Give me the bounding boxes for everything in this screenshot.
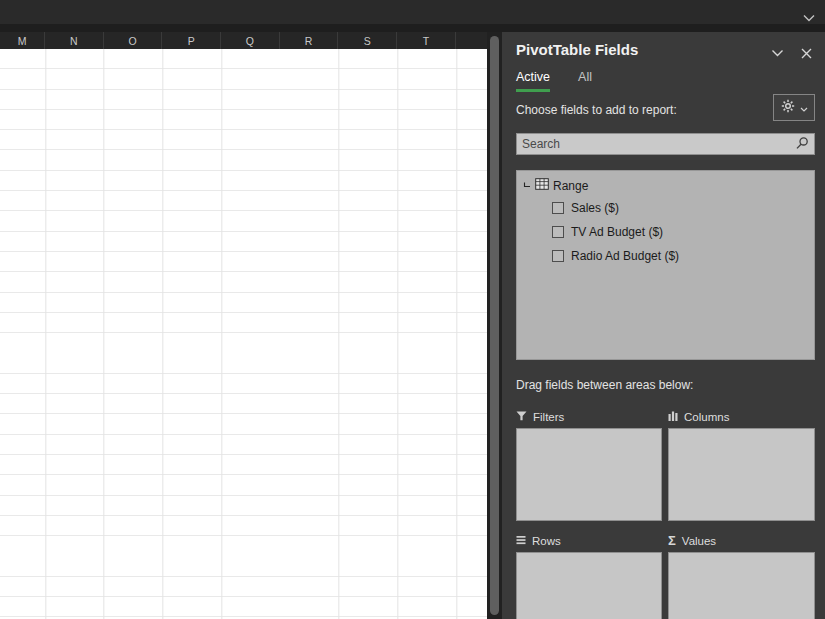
table-icon: [535, 178, 549, 193]
filter-icon: [516, 411, 527, 423]
rows-area-label: Rows: [516, 529, 662, 552]
chevron-down-icon: [800, 101, 808, 115]
choose-fields-label: Choose fields to add to report:: [516, 103, 677, 117]
search-icon: [795, 136, 809, 153]
column-header[interactable]: P: [162, 32, 221, 49]
areas-row-top: Filters Columns: [516, 405, 815, 521]
scrollbar-thumb[interactable]: [490, 36, 499, 615]
field-label: Radio Ad Budget ($): [571, 249, 679, 263]
column-header[interactable]: T: [397, 32, 456, 49]
area-label-text: Rows: [532, 535, 561, 547]
vertical-scrollbar[interactable]: [487, 32, 502, 619]
field-label: Sales ($): [571, 201, 619, 215]
column-header[interactable]: Q: [221, 32, 280, 49]
ribbon-collapsed-bar: [0, 0, 825, 24]
sigma-icon: Σ: [668, 534, 676, 547]
column-header[interactable]: N: [45, 32, 104, 49]
excel-window: M N O P Q R S T PivotTable Fields Active…: [0, 0, 825, 619]
tab-active[interactable]: Active: [516, 70, 550, 92]
close-icon[interactable]: [797, 44, 815, 62]
field-list: Range Sales ($) TV Ad Budget ($) Radio A…: [516, 170, 815, 360]
search-input[interactable]: [522, 137, 795, 151]
rows-icon: [516, 535, 526, 547]
checkbox[interactable]: [552, 226, 564, 238]
columns-icon: [668, 411, 678, 423]
field-group-range[interactable]: Range: [517, 175, 814, 196]
chevron-down-icon[interactable]: [768, 44, 786, 62]
panel-tabs: Active All: [516, 70, 592, 92]
areas-section: Filters Columns: [516, 405, 815, 619]
field-item[interactable]: Sales ($): [517, 196, 814, 220]
panel-title: PivotTable Fields: [516, 41, 638, 58]
drag-areas-label: Drag fields between areas below:: [516, 378, 693, 392]
areas-row-bottom: Rows Σ Values: [516, 529, 815, 619]
gear-icon: [781, 99, 795, 116]
field-item[interactable]: TV Ad Budget ($): [517, 220, 814, 244]
checkbox[interactable]: [552, 202, 564, 214]
divider: [0, 24, 825, 32]
tab-all[interactable]: All: [578, 70, 592, 92]
values-area: Σ Values: [668, 529, 815, 619]
rows-area: Rows: [516, 529, 662, 619]
column-header[interactable]: R: [280, 32, 339, 49]
checkbox[interactable]: [552, 250, 564, 262]
tools-button[interactable]: [773, 94, 815, 121]
values-area-label: Σ Values: [668, 529, 815, 552]
rows-dropzone[interactable]: [516, 552, 662, 619]
column-header[interactable]: [456, 32, 487, 49]
area-label-text: Columns: [684, 411, 729, 423]
field-group-label: Range: [553, 179, 588, 193]
area-label-text: Values: [682, 535, 716, 547]
chevron-down-icon[interactable]: [802, 8, 816, 16]
sheet-grid[interactable]: [0, 49, 487, 619]
column-header-row: M N O P Q R S T: [0, 32, 487, 49]
columns-dropzone[interactable]: [668, 428, 815, 521]
area-label-text: Filters: [533, 411, 564, 423]
values-dropzone[interactable]: [668, 552, 815, 619]
pivottable-fields-panel: PivotTable Fields Active All Choose fiel…: [502, 32, 825, 619]
column-header[interactable]: O: [104, 32, 163, 49]
filters-area: Filters: [516, 405, 662, 521]
column-header[interactable]: S: [338, 32, 397, 49]
search-box: [516, 133, 815, 155]
filters-dropzone[interactable]: [516, 428, 662, 521]
filters-area-label: Filters: [516, 405, 662, 428]
spreadsheet: M N O P Q R S T: [0, 32, 487, 619]
columns-area: Columns: [668, 405, 815, 521]
field-item[interactable]: Radio Ad Budget ($): [517, 244, 814, 268]
collapse-icon[interactable]: [523, 179, 531, 193]
column-header[interactable]: M: [0, 32, 45, 49]
columns-area-label: Columns: [668, 405, 815, 428]
field-label: TV Ad Budget ($): [571, 225, 663, 239]
